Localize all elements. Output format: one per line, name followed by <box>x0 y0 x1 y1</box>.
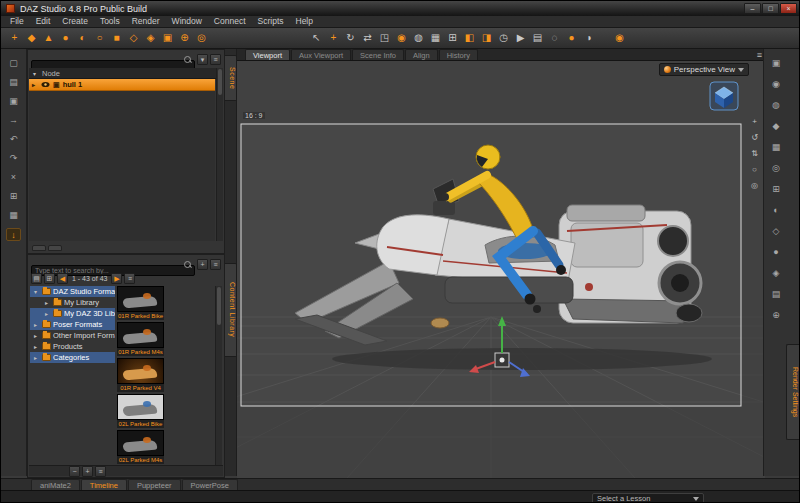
figure-icon[interactable]: ◆ <box>24 30 39 46</box>
render-icon[interactable]: ◨ <box>479 30 494 46</box>
content-thumbnail[interactable]: 01R Parked Bike <box>117 286 164 320</box>
render-camera-icon[interactable]: ◉ <box>612 30 627 46</box>
open-scene-icon[interactable]: ▤ <box>6 76 21 89</box>
add-content-button[interactable]: + <box>197 259 208 270</box>
expand-arrow-icon[interactable]: ▸ <box>34 354 40 361</box>
view-list-icon[interactable]: ▤ <box>530 30 545 46</box>
render-settings-icon[interactable]: ◎ <box>769 162 784 175</box>
tab-scene[interactable]: Scene <box>225 55 237 101</box>
content-scrollbar[interactable] <box>215 286 222 465</box>
pane-options-button[interactable]: ≡ <box>95 466 106 477</box>
tree-item[interactable]: ▸ My Library <box>30 297 115 308</box>
tree-item[interactable]: ▸ Products <box>30 341 115 352</box>
play-icon[interactable]: ▶ <box>513 30 528 46</box>
bottom-tab[interactable]: Timeline <box>81 479 127 490</box>
pager-menu-button[interactable]: ≡ <box>124 273 135 284</box>
lights-icon[interactable]: ◆ <box>769 120 784 133</box>
tree-item[interactable]: ▸ Other Import Formats <box>30 330 115 341</box>
rotate-tool-icon[interactable]: ↻ <box>343 30 358 46</box>
tab-content-library[interactable]: Content Library <box>225 263 237 357</box>
select-tool-icon[interactable]: ↖ <box>309 30 324 46</box>
content-thumbnail[interactable]: 02L Parked M4s <box>117 430 164 464</box>
bone-icon[interactable]: ▲ <box>41 30 56 46</box>
page-prev-button[interactable]: ◀ <box>57 273 68 284</box>
menu-item[interactable]: Edit <box>30 16 57 27</box>
zoom-in-button[interactable]: + <box>82 466 93 477</box>
camera-selector-dropdown[interactable]: Perspective View <box>659 63 749 76</box>
surface-selection-icon[interactable]: ◍ <box>411 30 426 46</box>
viewport-pane-menu-icon[interactable]: ≡ <box>757 50 762 60</box>
surfaces-icon[interactable]: ◍ <box>769 99 784 112</box>
content-thumbnail[interactable]: 01R Parked M4s <box>117 322 164 356</box>
scrollbar-thumb[interactable] <box>217 287 221 325</box>
instance-icon[interactable]: ◎ <box>194 30 209 46</box>
spot-render-icon[interactable]: ◧ <box>462 30 477 46</box>
translate-tool-icon[interactable]: ⇄ <box>360 30 375 46</box>
scrollbar-thumb[interactable] <box>218 69 222 95</box>
orbit-icon[interactable]: ↺ <box>751 133 758 142</box>
pane-handle[interactable] <box>48 245 62 251</box>
viewport-tab[interactable]: Scene Info <box>352 49 404 60</box>
scene-pane-menu-button[interactable]: ≡ <box>210 54 221 65</box>
grid-icon[interactable]: ▦ <box>6 209 21 222</box>
download-icon[interactable]: ↓ <box>6 228 21 241</box>
page-next-button[interactable]: ▶ <box>111 273 122 284</box>
viewport-3d-scene[interactable] <box>237 61 765 478</box>
menu-item[interactable]: Render <box>126 16 166 27</box>
menu-item[interactable]: Create <box>56 16 94 27</box>
new-content-icon[interactable]: + <box>7 30 22 46</box>
light-icon[interactable]: ◐ <box>75 30 90 46</box>
scene-filter-button[interactable]: ▾ <box>197 54 208 65</box>
pane-handle[interactable] <box>32 245 46 251</box>
grid-view-button[interactable]: ⊞ <box>44 273 55 284</box>
parameters-icon[interactable]: ◇ <box>769 225 784 238</box>
viewport-tab[interactable]: Viewport <box>245 49 290 60</box>
scene-pane-icon[interactable]: ◉ <box>769 78 784 91</box>
scene-node-row[interactable]: ▸ ▣ hull 1 <box>29 79 215 91</box>
menu-item[interactable]: Tools <box>94 16 126 27</box>
menu-item[interactable]: Connect <box>208 16 252 27</box>
tree-item[interactable]: ▸ Categories <box>30 352 115 363</box>
shade-icon[interactable]: ◑ <box>581 30 596 46</box>
zoom-out-button[interactable]: − <box>69 466 80 477</box>
viewport-tab[interactable]: History <box>439 49 478 60</box>
active-pose-tool-icon[interactable]: ◉ <box>394 30 409 46</box>
delete-icon[interactable]: × <box>6 171 21 184</box>
universal-tool-icon[interactable]: + <box>326 30 341 46</box>
add-node-icon[interactable]: ⊕ <box>177 30 192 46</box>
maximize-button[interactable]: □ <box>762 3 779 14</box>
sphere-tool-icon[interactable]: ● <box>564 30 579 46</box>
expand-arrow-icon[interactable]: ▸ <box>34 343 40 350</box>
menu-item[interactable]: File <box>4 16 30 27</box>
redo-icon[interactable]: ↷ <box>6 152 21 165</box>
bottom-tab[interactable]: PowerPose <box>182 479 238 490</box>
expand-arrow-icon[interactable]: ▸ <box>45 310 51 317</box>
bottom-tab[interactable]: Puppeteer <box>128 479 181 490</box>
duplicate-icon[interactable]: ⊞ <box>6 190 21 203</box>
save-scene-icon[interactable]: ▣ <box>6 95 21 108</box>
viewport-canvas[interactable]: Perspective View 16 : 9 +↺⇅○◎ <box>237 61 765 478</box>
view-cube[interactable] <box>709 81 739 111</box>
title-bar[interactable]: DAZ Studio 4.8 Pro Public Build – □ × <box>1 1 799 16</box>
import-icon[interactable]: → <box>6 114 21 127</box>
content-thumbnail[interactable]: 01R Parked V4 <box>117 358 164 392</box>
magnet-icon[interactable]: ▣ <box>160 30 175 46</box>
tab-render-settings[interactable]: Render Settings <box>786 344 799 440</box>
close-button[interactable]: × <box>780 3 797 14</box>
undo-icon[interactable]: ↶ <box>6 133 21 146</box>
group-icon[interactable]: ■ <box>109 30 124 46</box>
tree-item[interactable]: ▸ Poser Formats <box>30 319 115 330</box>
help-icon[interactable]: ⊕ <box>769 309 784 322</box>
lasso-icon[interactable]: ◌ <box>547 30 562 46</box>
smart-content-icon[interactable]: ▣ <box>769 57 784 70</box>
expand-arrow-icon[interactable]: ▸ <box>45 299 51 306</box>
node-selection-icon[interactable]: ⊞ <box>445 30 460 46</box>
content-library-icon[interactable]: ● <box>769 246 784 259</box>
viewport-tab[interactable]: Aux Viewport <box>291 49 351 60</box>
dformer-icon[interactable]: ◈ <box>143 30 158 46</box>
expand-arrow-icon[interactable]: ▾ <box>34 288 40 295</box>
primitive-icon[interactable]: ◇ <box>126 30 141 46</box>
new-scene-icon[interactable]: ▢ <box>6 57 21 70</box>
tree-item[interactable]: ▾ DAZ Studio Formats <box>30 286 115 297</box>
bottom-tab[interactable]: aniMate2 <box>31 479 80 490</box>
